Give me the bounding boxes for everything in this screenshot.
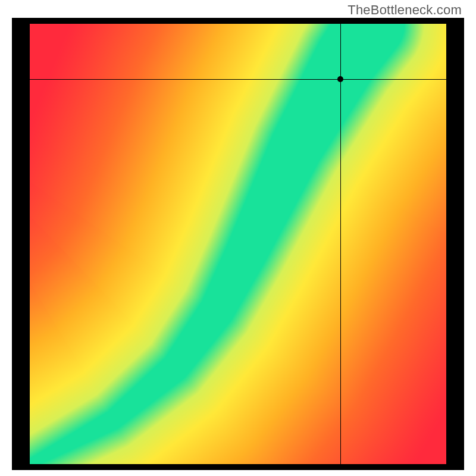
- heatmap-canvas: [30, 24, 446, 464]
- chart-frame: [12, 18, 464, 470]
- watermark-text: TheBottleneck.com: [347, 2, 462, 18]
- heatmap-plot: [30, 24, 446, 464]
